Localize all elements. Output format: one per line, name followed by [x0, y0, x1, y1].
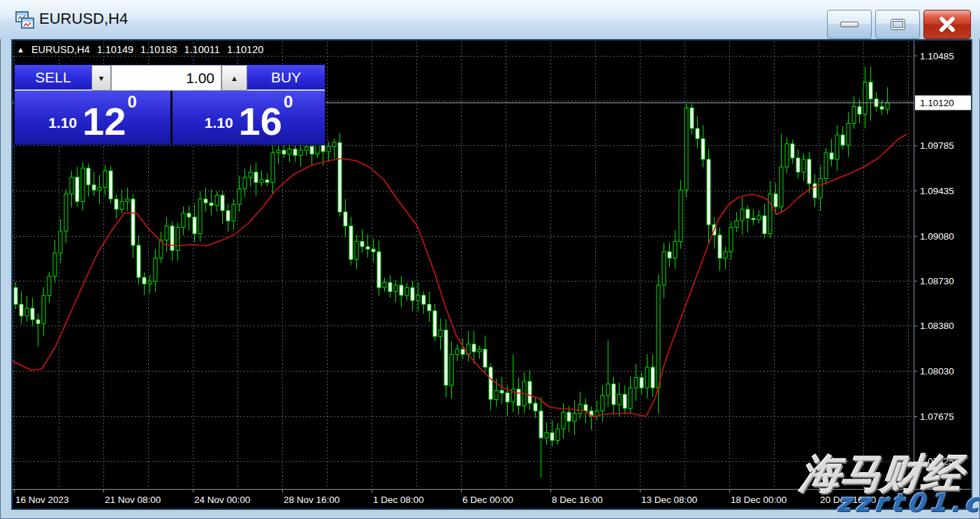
candle-body [265, 180, 269, 182]
candle-body [416, 295, 420, 300]
time-axis[interactable]: 16 Nov 202321 Nov 08:0024 Nov 00:0028 No… [15, 489, 877, 505]
close-button[interactable] [923, 10, 971, 39]
candle-body [824, 153, 828, 179]
candlestick [511, 354, 515, 412]
candlestick [489, 363, 492, 411]
volume-dropdown-button[interactable]: ▼ [92, 65, 111, 91]
candlestick [377, 241, 381, 296]
candlestick [634, 365, 638, 401]
candle-body [388, 282, 392, 291]
candle-body [472, 344, 476, 352]
candlestick [640, 372, 643, 394]
candle-body [288, 149, 291, 154]
candlestick [400, 276, 403, 307]
candlestick [142, 272, 146, 295]
candlestick [835, 126, 839, 171]
candle-body [439, 330, 442, 337]
time-axis-label: 24 Nov 00:00 [194, 495, 250, 505]
price-axis-label: 1.08030 [920, 366, 954, 377]
candlestick [444, 319, 448, 398]
candle-body [785, 144, 789, 167]
candle-body [774, 194, 777, 207]
candle-body [802, 159, 805, 172]
buy-price-panel[interactable]: 1.10 16 0 [173, 91, 325, 145]
candlestick [718, 227, 722, 271]
candle-body [830, 153, 833, 159]
candle-body [344, 212, 347, 226]
candlestick [735, 212, 738, 232]
candle-body [701, 139, 705, 159]
price-axis-label: 1.10485 [920, 51, 954, 61]
candlestick [724, 247, 727, 270]
chart-window-icon [15, 11, 35, 32]
candle-body [601, 395, 604, 411]
candle-body [154, 258, 157, 282]
candle-body [87, 168, 90, 185]
candlestick [427, 292, 431, 323]
candle-body [483, 349, 487, 367]
volume-input[interactable] [111, 65, 221, 91]
candlestick [785, 138, 789, 173]
candle-body [332, 142, 336, 147]
candlestick [260, 170, 263, 187]
candlestick [59, 219, 62, 263]
candle-body [729, 227, 733, 251]
candlestick [668, 242, 671, 267]
candle-body [81, 168, 85, 202]
candle-body [187, 213, 191, 217]
price-axis[interactable]: 1.104851.097851.094351.090801.087301.083… [914, 51, 971, 467]
candlestick [478, 346, 481, 359]
candle-body [170, 226, 174, 251]
candlestick [198, 191, 202, 242]
candle-body [260, 180, 263, 182]
candlestick [752, 209, 755, 225]
candlestick [53, 240, 57, 283]
sell-price-panel[interactable]: 1.10 12 0 [15, 91, 170, 145]
candlestick [265, 173, 269, 187]
collapse-trade-panel-icon[interactable]: ▲ [17, 45, 24, 54]
restore-button[interactable] [875, 10, 920, 39]
candle-body [858, 107, 861, 115]
price-axis-label: 1.09435 [920, 186, 954, 196]
price-axis-label: 1.08730 [920, 276, 954, 286]
buy-price-base: 1.10 [205, 115, 233, 131]
candlestick [539, 397, 543, 478]
candle-body [182, 213, 185, 227]
candle-body [645, 367, 649, 388]
candle-body [411, 288, 414, 300]
chart-symbol-label: EURUSD,H4 [31, 44, 90, 55]
time-axis-label: 16 Nov 2023 [15, 495, 69, 505]
candle-body [534, 403, 537, 411]
window-titlebar[interactable]: EURUSD,H4 [0, 0, 980, 39]
candlestick [299, 142, 302, 167]
candle-body [148, 282, 152, 284]
sell-button[interactable]: SELL [15, 65, 92, 91]
candle-body [813, 184, 817, 198]
buy-price-point: 0 [284, 92, 293, 112]
candle-body [880, 107, 884, 110]
candlestick [472, 331, 476, 363]
minimize-button[interactable] [827, 10, 872, 39]
mt4-chart-window: EURUSD,H4 1.104851.097851.094351.090801.… [0, 0, 980, 519]
volume-increase-button[interactable]: ▲ [221, 65, 247, 91]
candle-body [668, 251, 671, 258]
candle-body [444, 330, 448, 386]
candle-body [780, 167, 783, 207]
time-axis-label: 8 Dec 16:00 [552, 495, 603, 505]
candle-body [819, 179, 822, 198]
buy-button[interactable]: BUY [247, 65, 325, 91]
candle-body [215, 195, 219, 205]
candlestick [483, 335, 487, 372]
candle-body [517, 389, 520, 406]
candle-body [400, 285, 403, 295]
candle-body [724, 251, 727, 258]
candle-body [450, 354, 453, 385]
candle-body [629, 388, 632, 408]
candle-body [740, 210, 744, 221]
candle-body [115, 199, 118, 210]
candlestick [366, 234, 370, 257]
candle-body [226, 211, 230, 221]
candlestick [388, 275, 392, 298]
candlestick [131, 194, 135, 258]
candlestick [729, 221, 733, 260]
